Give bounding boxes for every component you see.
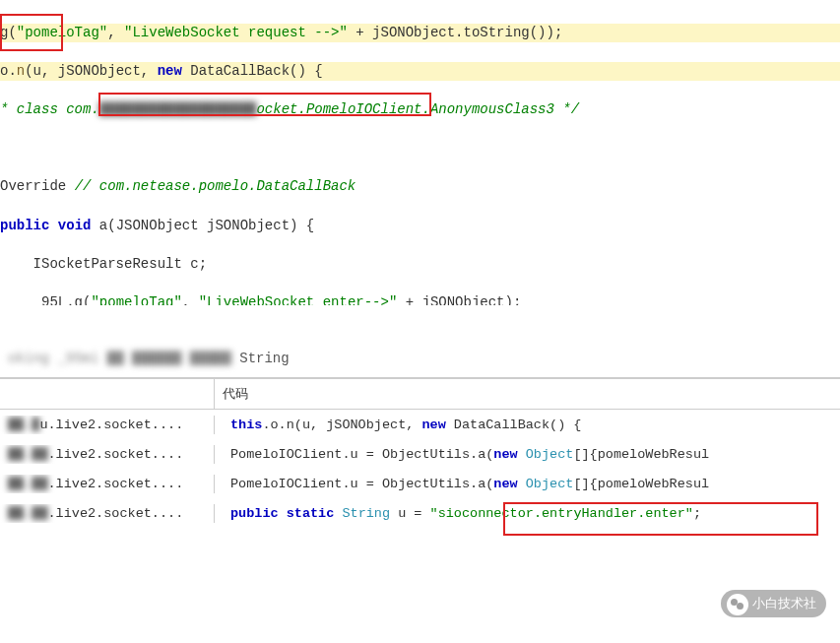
result-code: PomeloIOClient.u = ObjectUtils.a(new Obj…: [215, 475, 840, 493]
code-line: _95L.g("pomeloTag", "LiveWebSocket enter…: [0, 293, 840, 305]
search-type-label: String: [231, 351, 290, 366]
result-row[interactable]: ██.██.live2.socket.... PomeloIOClient.u …: [0, 469, 840, 498]
code-line: o.n(u, jSONObject, new DataCallBack() {: [0, 62, 840, 82]
search-results-table: 代码 ██.█u.live2.socket.... this.o.n(u, jS…: [0, 378, 840, 528]
search-info-bar: oking _95mi ██ ██████ █████ String: [0, 345, 840, 378]
watermark-badge: 小白技术社: [721, 590, 826, 617]
results-header-row: 代码: [0, 379, 840, 410]
result-code: this.o.n(u, jSONObject, new DataCallBack…: [215, 416, 840, 434]
result-code: PomeloIOClient.u = ObjectUtils.a(new Obj…: [215, 445, 840, 464]
results-header-code[interactable]: 代码: [215, 379, 840, 409]
code-line-comment: * class com.███████████████████ocket.Pom…: [0, 100, 840, 120]
result-path: ██.██.live2.socket....: [0, 445, 215, 464]
result-row[interactable]: ██.██.live2.socket.... public static Str…: [0, 498, 840, 528]
watermark-text: 小白技术社: [752, 595, 816, 612]
result-row[interactable]: ██.██.live2.socket.... PomeloIOClient.u …: [0, 439, 840, 469]
result-row[interactable]: ██.█u.live2.socket.... this.o.n(u, jSONO…: [0, 410, 840, 439]
results-header-path[interactable]: [0, 379, 215, 409]
pane-divider: [0, 305, 840, 345]
code-line: public void a(JSONObject jSONObject) {: [0, 217, 840, 236]
code-line-blank: [0, 139, 840, 159]
result-code: public static String u = "sioconnector.e…: [215, 504, 840, 523]
code-editor-pane[interactable]: g("pomeloTag", "LiveWebSocket request --…: [0, 0, 840, 305]
code-line: Override // com.netease.pomelo.DataCallB…: [0, 177, 840, 197]
result-path: ██.██.live2.socket....: [0, 504, 215, 523]
code-line: g("pomeloTag", "LiveWebSocket request --…: [0, 24, 840, 43]
code-line: ISocketParseResult c;: [0, 255, 840, 275]
result-path: ██.██.live2.socket....: [0, 475, 215, 493]
result-path: ██.█u.live2.socket....: [0, 416, 215, 434]
search-query-blurred: oking _95mi ██ ██████ █████: [8, 351, 231, 366]
